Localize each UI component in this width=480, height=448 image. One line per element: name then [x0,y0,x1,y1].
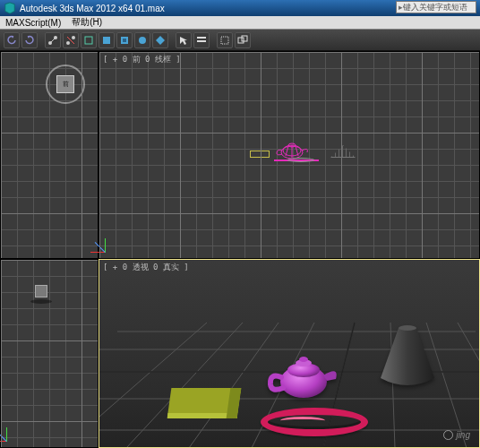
window-title: Autodesk 3ds Max 2012 x64 01.max [20,4,165,13]
svg-point-40 [299,357,308,362]
menu-help[interactable]: 帮助(H) [66,16,107,29]
undo-button[interactable] [4,32,20,48]
front-box-wire[interactable] [250,151,270,158]
window-crossing-button[interactable] [235,32,251,48]
tool-4[interactable] [152,32,168,48]
tool-3[interactable] [134,32,150,48]
persp-torus[interactable] [261,408,368,436]
svg-line-29 [458,323,479,447]
viewport-front[interactable]: [ + 0 前 0 线框 ] [99,51,480,259]
svg-point-3 [66,41,70,45]
svg-point-10 [139,37,146,44]
watermark: jing [443,430,470,440]
redo-button[interactable] [21,32,38,48]
menu-maxscript[interactable]: MAXScript(M) [0,18,66,28]
titlebar: Autodesk 3ds Max 2012 x64 01.max 键入关键字或短… [0,0,480,16]
svg-rect-7 [103,37,110,44]
svg-rect-13 [221,37,228,44]
svg-rect-12 [197,40,206,42]
viewport-top[interactable]: 前 [0,51,99,259]
tool-1[interactable] [99,32,115,48]
persp-box[interactable] [167,388,242,418]
svg-line-23 [126,323,243,447]
watermark-icon [443,430,453,440]
viewcube[interactable]: 前 [46,65,85,104]
select-name-button[interactable] [193,32,210,48]
viewport-persp-label: [ + 0 透视 0 真实 ] [103,262,189,272]
svg-rect-14 [238,38,244,43]
svg-rect-6 [85,37,92,44]
viewport-front-label: [ + 0 前 0 线框 ] [103,54,181,65]
svg-line-2 [51,39,55,42]
svg-point-4 [72,36,75,39]
persp-teapot[interactable] [266,343,341,409]
viewports: 前 [ + 0 前 0 线框 ] [0,51,480,448]
select-button[interactable] [176,32,192,48]
select-link-button[interactable] [45,32,61,48]
svg-rect-9 [123,39,126,42]
persp-cone[interactable] [379,324,436,392]
svg-point-41 [399,325,416,331]
tool-2[interactable] [116,32,133,48]
bind-button[interactable] [81,32,97,48]
toolbar [0,30,480,51]
help-search-input[interactable]: 键入关键字或短语 [396,1,476,13]
viewcube-face[interactable]: 前 [56,75,74,93]
menubar: MAXScript(M) 帮助(H) [0,16,480,30]
select-region-button[interactable] [217,32,233,48]
watermark-text: jing [456,430,470,440]
unlink-button[interactable] [63,32,79,48]
app-icon [4,2,16,14]
svg-line-24 [189,323,279,447]
svg-line-22 [99,323,207,447]
axis-gizmo-left [6,422,26,442]
svg-rect-15 [242,36,247,41]
svg-rect-11 [197,37,206,39]
left-viewcube-shadow [30,299,52,304]
front-torus-wire[interactable] [287,158,314,162]
viewport-perspective[interactable]: [ + 0 透视 0 真实 ] [99,259,480,448]
axis-gizmo-front [105,233,124,253]
left-viewcube-mini [35,285,47,297]
front-cone-wire[interactable] [330,145,356,158]
viewport-left[interactable] [0,259,99,448]
front-teapot-wire[interactable] [274,140,310,158]
